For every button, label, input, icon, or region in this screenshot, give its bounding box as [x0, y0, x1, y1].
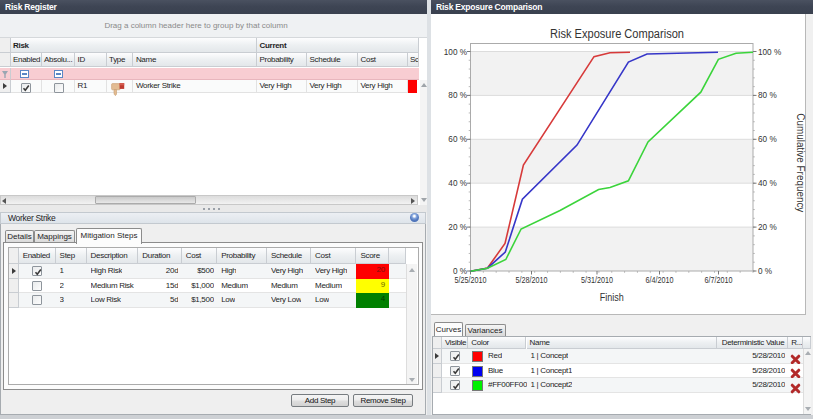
svg-text:Finish: Finish: [600, 291, 624, 303]
svg-text:100 %: 100 %: [444, 48, 467, 57]
svg-text:5/25/2010: 5/25/2010: [455, 275, 487, 285]
svg-text:40 %: 40 %: [758, 179, 777, 188]
svg-text:6/4/2010: 6/4/2010: [646, 275, 674, 285]
svg-text:40 %: 40 %: [448, 179, 467, 188]
svg-text:80 %: 80 %: [758, 91, 777, 100]
svg-text:20 %: 20 %: [758, 223, 777, 232]
svg-text:Cumulative Frequency: Cumulative Frequency: [795, 113, 806, 213]
svg-text:5/28/2010: 5/28/2010: [516, 275, 548, 285]
svg-text:5/31/2010: 5/31/2010: [581, 275, 613, 285]
svg-text:60 %: 60 %: [448, 135, 467, 144]
svg-text:Risk Exposure Comparison: Risk Exposure Comparison: [550, 27, 684, 41]
svg-text:6/7/2010: 6/7/2010: [705, 275, 733, 285]
svg-text:0 %: 0 %: [758, 267, 772, 276]
svg-text:100 %: 100 %: [758, 48, 781, 57]
svg-text:80 %: 80 %: [448, 91, 467, 100]
svg-text:20 %: 20 %: [448, 223, 467, 232]
svg-text:60 %: 60 %: [758, 135, 777, 144]
